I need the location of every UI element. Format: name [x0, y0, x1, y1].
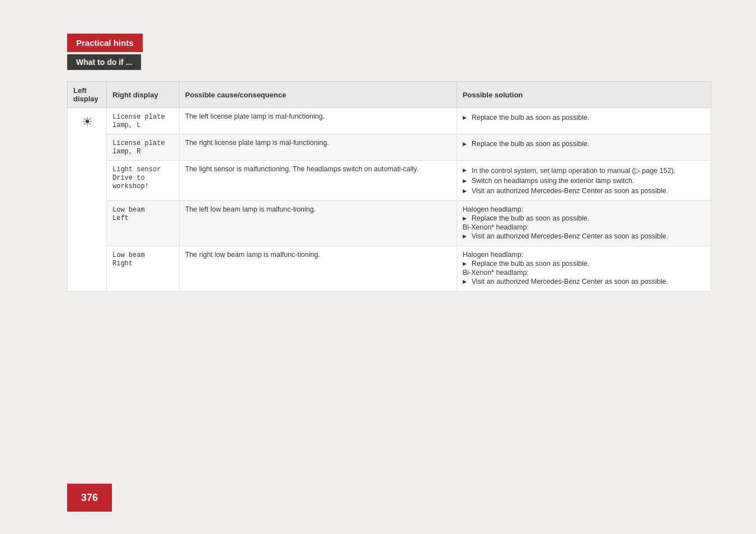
what-to-do-bar: What to do if ... [67, 54, 141, 70]
page-wrapper: Practical hints What to do if ... Left d… [0, 0, 756, 534]
header-section: Practical hints What to do if ... [67, 34, 756, 70]
list-item: Switch on headlamps using the exterior l… [463, 176, 705, 186]
right-display-cell: License platelamp, R [107, 134, 180, 161]
right-display-cell: Low beamLeft [107, 201, 180, 246]
cause-cell: The right low beam lamp is malfunc-tioni… [179, 246, 457, 292]
practical-hints-bar: Practical hints [67, 34, 143, 52]
list-item: Replace the bulb as soon as possible. [463, 213, 705, 223]
right-display-cell: License platelamp, L [107, 108, 180, 134]
table-row: ☀︎ License platelamp, L The left license… [68, 108, 711, 134]
left-display-icon-cell: ☀︎ [68, 108, 107, 292]
solution-cell: Replace the bulb as soon as possible. [457, 134, 711, 161]
cause-cell: The light sensor is malfunctioning. The … [179, 161, 457, 201]
table-header-row: Left display Right display Possible caus… [68, 82, 711, 108]
table-container: Left display Right display Possible caus… [67, 81, 711, 292]
right-display-cell: Light sensorDrive toworkshop! [107, 161, 180, 201]
table-row: License platelamp, R The right license p… [68, 134, 711, 161]
solution-cell: Halogen headlamp: Replace the bulb as so… [457, 201, 711, 246]
list-item: Replace the bulb as soon as possible. [463, 113, 705, 123]
table-row: Light sensorDrive toworkshop! The light … [68, 161, 711, 201]
table-row: Low beamRight The right low beam lamp is… [68, 246, 711, 292]
col-left-display: Left display [68, 82, 107, 108]
sun-warning-icon: ☀︎ [82, 115, 93, 129]
solution-cell: In the control system, set lamp operatio… [457, 161, 711, 201]
list-item: Replace the bulb as soon as possible. [463, 139, 705, 149]
list-item: Replace the bulb as soon as possible. [463, 259, 705, 269]
table-row: Low beamLeft The left low beam lamp is m… [68, 201, 711, 246]
cause-cell: The right license plate lamp is mal-func… [179, 134, 457, 161]
page-number-block: 376 [67, 484, 112, 512]
what-to-do-title: What to do if ... [76, 58, 132, 67]
cause-cell: The left low beam lamp is malfunc-tionin… [179, 201, 457, 246]
list-item: Visit an authorized Mercedes-Benz Center… [463, 231, 705, 241]
list-item: Visit an authorized Mercedes-Benz Center… [463, 186, 705, 196]
solution-cell: Replace the bulb as soon as possible. [457, 108, 711, 134]
list-item: In the control system, set lamp operatio… [463, 165, 705, 176]
practical-hints-title: Practical hints [76, 38, 134, 48]
col-cause: Possible cause/consequence [179, 82, 457, 108]
solution-cell: Halogen headlamp: Replace the bulb as so… [457, 246, 711, 292]
cause-cell: The left license plate lamp is mal-funct… [179, 108, 457, 134]
main-table: Left display Right display Possible caus… [67, 81, 711, 292]
col-right-display: Right display [107, 82, 180, 108]
list-item: Visit an authorized Mercedes-Benz Center… [463, 277, 705, 287]
right-display-cell: Low beamRight [107, 246, 180, 292]
col-solution: Possible solution [457, 82, 711, 108]
page-number: 376 [81, 492, 98, 504]
